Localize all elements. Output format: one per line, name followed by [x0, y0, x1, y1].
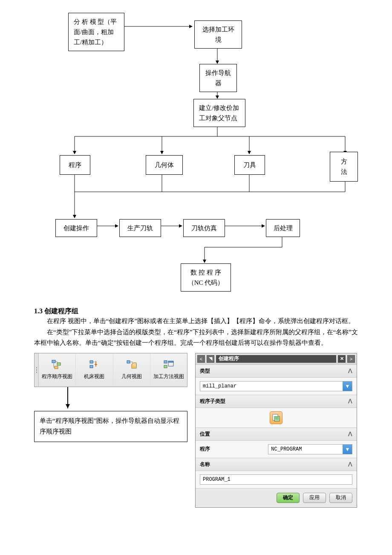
dropdown-arrow-icon[interactable]: ▼ — [343, 382, 352, 391]
flow-box-op-nav: 操作导航器 — [199, 64, 237, 92]
flow-box-program: 程序 — [60, 155, 90, 175]
flow-box-method: 方法 — [330, 152, 358, 182]
section-label: 位置 — [200, 431, 210, 438]
section-1-3: 1.3 创建程序组 在程序 视图中，单击“创建程序”图标或者在主菜单上选择【插入… — [34, 307, 358, 349]
section-header-subtype: 程序子类型 ᐱ — [196, 395, 357, 408]
toolbar-grip-icon[interactable] — [35, 353, 39, 387]
subtype-option-button[interactable] — [270, 411, 282, 424]
section-label: 名称 — [200, 461, 210, 468]
location-program-input[interactable] — [268, 445, 343, 454]
svg-rect-30 — [164, 365, 167, 368]
annotation-arrow-icon — [67, 387, 68, 408]
section-header-name: 名称 ᐱ — [196, 458, 357, 471]
flow-box-analyze: 分 析 模 型（平面/曲面，粗加工/精加工） — [68, 13, 124, 51]
subtype-program-icon — [272, 414, 280, 422]
dialog-title: 创建程序 — [216, 355, 336, 363]
section-label: 类型 — [200, 367, 210, 375]
flow-box-create-op: 创建操作 — [55, 219, 97, 237]
button-label: 程序顺序视图 — [42, 373, 72, 380]
create-program-dialog: < ◥ 创建程序 ✕ > 类型 ᐱ ▼ 程序子类型 ᐱ — [195, 353, 357, 508]
svg-rect-22 — [57, 363, 61, 365]
program-order-view-button[interactable]: 程序顺序视图 — [39, 353, 76, 387]
method-view-icon — [163, 359, 175, 370]
type-dropdown[interactable]: ▼ — [200, 381, 352, 391]
machine-view-button[interactable]: 机床视图 — [76, 353, 113, 387]
flow-box-postproc: 后处理 — [266, 219, 300, 237]
location-program-label: 程序 — [200, 445, 264, 453]
program-name-input[interactable] — [200, 474, 352, 485]
next-chip-icon[interactable]: > — [347, 355, 355, 363]
method-view-button[interactable]: 加工方法视图 — [150, 353, 187, 387]
svg-rect-24 — [90, 361, 93, 363]
apply-button[interactable]: 应用 — [303, 493, 326, 503]
flow-box-geometry: 几何体 — [146, 155, 183, 175]
prev-chip-icon[interactable]: < — [197, 355, 205, 363]
paragraph-2: 在“类型”下拉菜单中选择合适的模版类型，在“程序”下拉列表中，选择新建程序所附属… — [34, 327, 358, 349]
geometry-view-button[interactable]: 几何视图 — [113, 353, 150, 387]
section-header-location: 位置 ᐱ — [196, 428, 357, 441]
flow-box-simulate: 刀轨仿真 — [183, 219, 225, 237]
svg-rect-28 — [164, 361, 167, 363]
svg-rect-29 — [168, 361, 173, 362]
button-label: 几何视图 — [121, 373, 142, 380]
button-label: 机床视图 — [84, 373, 104, 380]
section-title: 1.3 创建程序组 — [34, 307, 358, 316]
flow-box-build-parent: 建立/修改价加工对象父节点 — [193, 99, 245, 127]
collapse-icon[interactable]: ᐱ — [348, 461, 352, 468]
section-label: 程序子类型 — [200, 398, 225, 405]
svg-rect-25 — [90, 365, 93, 368]
dialog-titlebar: < ◥ 创建程序 ✕ > — [196, 353, 357, 364]
dropdown-arrow-icon[interactable]: ▼ — [343, 445, 352, 454]
dialog-button-row: 确定 应用 取消 — [196, 488, 357, 507]
machine-view-icon — [88, 359, 100, 370]
geometry-view-icon — [126, 359, 138, 370]
flowchart: 分 析 模 型（平面/曲面，粗加工/精加工） 选择加工环境 操作导航器 建立/修… — [34, 9, 358, 298]
collapse-icon[interactable]: ᐱ — [348, 431, 352, 437]
annotation-box: 单击“程序顺序视图”图标，操作导航器自动显示程序顺序视图 — [34, 411, 187, 442]
location-program-dropdown[interactable]: ▼ — [268, 444, 352, 454]
svg-rect-26 — [127, 361, 130, 363]
section-header-type: 类型 ᐱ — [196, 364, 357, 378]
close-icon[interactable]: ✕ — [338, 355, 346, 363]
cancel-button[interactable]: 取消 — [329, 493, 352, 503]
button-label: 加工方法视图 — [153, 373, 184, 380]
paragraph-1: 在程序 视图中，单击“创建程序”图标或者在主菜单上选择【插入】【程序】命令，系统… — [34, 316, 358, 327]
flow-box-tool: 刀具 — [234, 155, 265, 175]
flow-box-nc-code: 数 控 程 序（NC 代码） — [181, 263, 231, 292]
flow-box-gen-path: 生产刀轨 — [119, 219, 161, 237]
type-dropdown-input[interactable] — [200, 382, 343, 391]
view-toolbar: 程序顺序视图 机床视图 几何视图 — [34, 353, 187, 387]
ok-button[interactable]: 确定 — [277, 493, 300, 503]
collapse-icon[interactable]: ᐱ — [348, 398, 352, 405]
pin-chip-icon[interactable]: ◥ — [207, 355, 214, 363]
flow-box-select-env: 选择加工环境 — [194, 20, 242, 49]
collapse-icon[interactable]: ᐱ — [348, 367, 352, 374]
program-order-view-icon — [51, 359, 63, 370]
svg-rect-21 — [52, 360, 55, 363]
svg-rect-23 — [55, 366, 58, 369]
